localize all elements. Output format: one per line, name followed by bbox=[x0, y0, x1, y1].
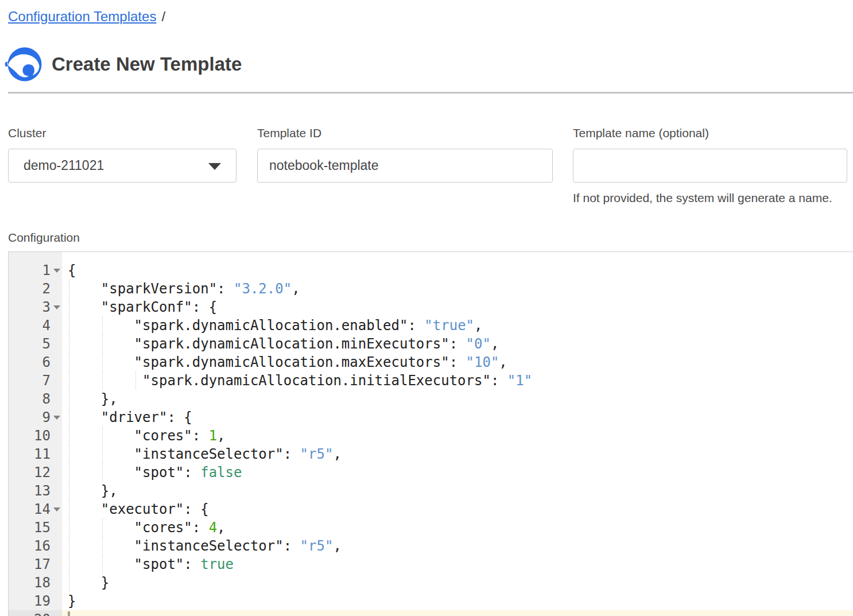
line-number: 15 bbox=[9, 518, 62, 537]
indent-guide bbox=[69, 555, 69, 574]
indent-guide bbox=[69, 537, 69, 555]
breadcrumb: Configuration Templates/ bbox=[8, 9, 165, 25]
indent-guide bbox=[102, 445, 103, 463]
code-line[interactable]: "driver": { bbox=[62, 408, 853, 427]
indent-guide bbox=[102, 427, 103, 445]
line-number: 13 bbox=[9, 482, 62, 500]
indent-guide bbox=[69, 316, 69, 335]
code-line[interactable]: }, bbox=[62, 482, 853, 500]
template-name-field: Template name (optional) If not provided… bbox=[573, 126, 847, 205]
line-number: 18 bbox=[9, 574, 62, 592]
indent-guide bbox=[69, 463, 69, 482]
indent-guide bbox=[69, 427, 69, 445]
breadcrumb-separator: / bbox=[161, 9, 165, 24]
header-divider bbox=[8, 92, 853, 94]
cluster-select[interactable]: demo-211021 bbox=[8, 149, 236, 183]
code-line[interactable]: "spark.dynamicAllocation.maxExecutors": … bbox=[62, 353, 853, 371]
indent-guide bbox=[69, 500, 69, 518]
code-line[interactable]: "spark.dynamicAllocation.initialExecutor… bbox=[62, 371, 853, 390]
line-number: 9 bbox=[9, 408, 62, 427]
indent-guide bbox=[102, 518, 103, 537]
indent-guide bbox=[102, 537, 103, 555]
line-number: 11 bbox=[9, 445, 62, 463]
indent-guide bbox=[69, 574, 69, 592]
indent-guide bbox=[69, 445, 69, 463]
template-name-input[interactable] bbox=[573, 149, 847, 183]
configuration-label: Configuration bbox=[8, 231, 80, 245]
indent-guide bbox=[135, 371, 136, 390]
line-number: 14 bbox=[9, 500, 62, 518]
editor-gutter: 1234567891011121314151617181920 bbox=[9, 252, 62, 616]
indent-guide bbox=[102, 371, 103, 390]
code-line[interactable]: "cores": 4, bbox=[62, 518, 853, 537]
line-number: 10 bbox=[9, 427, 62, 445]
chevron-down-icon bbox=[208, 163, 221, 170]
template-id-label: Template ID bbox=[257, 126, 553, 139]
code-line[interactable]: }, bbox=[62, 390, 853, 408]
line-number: 7 bbox=[9, 371, 62, 390]
indent-guide bbox=[102, 316, 103, 335]
indent-guide bbox=[69, 390, 69, 408]
line-number: 8 bbox=[9, 390, 62, 408]
code-line[interactable]: "sparkVersion": "3.2.0", bbox=[62, 280, 853, 298]
line-number: 2 bbox=[9, 280, 62, 298]
indent-guide bbox=[69, 353, 69, 371]
code-line[interactable]: "spot": true bbox=[62, 555, 853, 574]
indent-guide bbox=[69, 408, 69, 427]
code-line[interactable]: } bbox=[62, 574, 853, 592]
fold-arrow-icon[interactable] bbox=[53, 416, 60, 420]
cluster-field: Cluster demo-211021 bbox=[8, 126, 236, 183]
line-number: 1 bbox=[9, 261, 62, 280]
configuration-code-editor[interactable]: 1234567891011121314151617181920 { "spark… bbox=[8, 251, 853, 616]
indent-guide bbox=[69, 482, 69, 500]
fold-arrow-icon[interactable] bbox=[53, 269, 60, 273]
line-number: 19 bbox=[9, 592, 62, 610]
code-line[interactable]: } bbox=[62, 592, 853, 610]
code-line[interactable]: "sparkConf": { bbox=[62, 298, 853, 316]
text-cursor bbox=[68, 611, 70, 616]
code-line[interactable]: "instanceSelector": "r5", bbox=[62, 445, 853, 463]
line-number: 12 bbox=[9, 463, 62, 482]
template-name-helper-text: If not provided, the system will generat… bbox=[573, 191, 847, 205]
ocean-wave-logo-icon bbox=[5, 47, 42, 82]
indent-guide bbox=[102, 335, 103, 353]
template-id-field: Template ID bbox=[257, 126, 553, 183]
indent-guide bbox=[102, 463, 103, 482]
editor-content[interactable]: { "sparkVersion": "3.2.0", "sparkConf": … bbox=[62, 252, 853, 616]
code-line[interactable]: "spark.dynamicAllocation.enabled": "true… bbox=[62, 316, 853, 335]
line-number: 4 bbox=[9, 316, 62, 335]
template-name-label: Template name (optional) bbox=[573, 126, 847, 139]
indent-guide bbox=[69, 335, 69, 353]
line-number: 20 bbox=[9, 610, 62, 616]
line-number: 17 bbox=[9, 555, 62, 574]
code-line[interactable]: "instanceSelector": "r5", bbox=[62, 537, 853, 555]
code-line[interactable]: "cores": 1, bbox=[62, 427, 853, 445]
line-number: 6 bbox=[9, 353, 62, 371]
indent-guide bbox=[69, 518, 69, 537]
fold-arrow-icon[interactable] bbox=[53, 507, 60, 512]
template-id-input[interactable] bbox=[257, 149, 553, 183]
line-number: 16 bbox=[9, 537, 62, 555]
line-number: 5 bbox=[9, 335, 62, 353]
line-number: 3 bbox=[9, 298, 62, 316]
create-template-page: Configuration Templates/ Create New Temp… bbox=[0, 0, 853, 616]
cluster-label: Cluster bbox=[8, 126, 236, 139]
code-line[interactable]: "executor": { bbox=[62, 500, 853, 518]
indent-guide bbox=[69, 298, 69, 316]
indent-guide bbox=[102, 353, 103, 371]
code-line[interactable] bbox=[62, 610, 853, 616]
cluster-select-value: demo-211021 bbox=[24, 158, 104, 173]
indent-guide bbox=[102, 555, 103, 574]
code-line[interactable]: "spark.dynamicAllocation.minExecutors": … bbox=[62, 335, 853, 353]
code-line[interactable]: "spot": false bbox=[62, 463, 853, 482]
code-line[interactable]: { bbox=[62, 261, 853, 280]
breadcrumb-link-configuration-templates[interactable]: Configuration Templates bbox=[8, 9, 156, 24]
fold-arrow-icon[interactable] bbox=[53, 305, 60, 309]
indent-guide bbox=[69, 280, 69, 298]
page-title: Create New Template bbox=[52, 53, 242, 75]
indent-guide bbox=[69, 371, 69, 390]
